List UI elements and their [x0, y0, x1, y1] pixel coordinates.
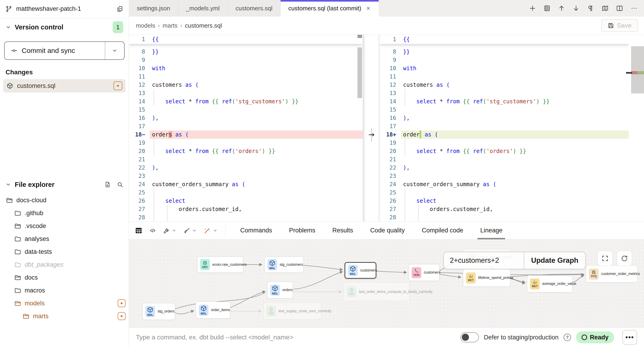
- code-line[interactable]: 1{{: [380, 35, 629, 44]
- lineage-node-lifetime_spend_pretax[interactable]: METlifetime_spend_pretax: [463, 269, 510, 287]
- status-badge[interactable]: Ready: [576, 331, 614, 343]
- code-line[interactable]: 19: [129, 139, 363, 147]
- breadcrumb-part[interactable]: marts: [162, 22, 178, 29]
- format-icon[interactable]: [183, 227, 190, 234]
- lineage-node-customers_model[interactable]: MDLcustomers: [344, 262, 376, 279]
- panel-tab-lineage[interactable]: Lineage: [479, 222, 504, 239]
- code-line[interactable]: 27 orders.customer_id,: [380, 205, 629, 213]
- ellipsis-icon[interactable]: [631, 5, 638, 12]
- code-line[interactable]: 10with: [380, 64, 629, 72]
- results-table-icon-group[interactable]: [135, 227, 142, 234]
- code-icon[interactable]: [149, 227, 156, 234]
- arrow-up-icon[interactable]: [558, 5, 565, 12]
- build-tools-icon-group[interactable]: [163, 227, 176, 234]
- sidebar-item--github[interactable]: .github: [0, 207, 129, 220]
- plus-icon[interactable]: [529, 5, 536, 12]
- minimap-icon[interactable]: [602, 5, 608, 12]
- panel-tab-commands[interactable]: Commands: [239, 222, 274, 239]
- close-icon[interactable]: [366, 6, 371, 11]
- code-line[interactable]: 13: [129, 89, 363, 97]
- lineage-node-stg_orders[interactable]: MDLstg_orders: [142, 303, 175, 320]
- pilcrow-icon[interactable]: [587, 5, 594, 12]
- lineage-node-ecom_raw_customers[interactable]: SRCecom.raw_customers: [197, 257, 243, 273]
- code-line[interactable]: 26 select: [129, 197, 363, 205]
- changed-file-row[interactable]: customers.sql: [3, 79, 126, 92]
- lineage-selector-input[interactable]: 2+customers+2: [444, 256, 524, 265]
- search-icon[interactable]: [117, 181, 123, 188]
- sidebar-item-analyses[interactable]: analyses: [0, 232, 129, 245]
- results-table-icon[interactable]: [135, 227, 142, 234]
- code-line[interactable]: 18+order as (: [380, 130, 629, 139]
- chevron-down-icon[interactable]: [192, 228, 197, 233]
- commit-and-sync-main[interactable]: Commit and sync: [4, 42, 105, 59]
- arrow-down-icon[interactable]: [572, 5, 580, 12]
- dbt-copilot-icon-group[interactable]: [204, 227, 218, 234]
- code-line[interactable]: 9: [380, 56, 629, 64]
- fullscreen-button[interactable]: [598, 251, 613, 266]
- code-line[interactable]: 16),: [380, 114, 629, 122]
- lineage-node-customers_semantic[interactable]: SEMcustomers: [408, 264, 440, 281]
- sidebar-item--vscode[interactable]: .vscode: [0, 220, 129, 232]
- code-line[interactable]: 19: [380, 139, 629, 147]
- command-input[interactable]: Type a command, ex. dbt build --select <…: [136, 334, 293, 341]
- code-line[interactable]: 14 select * from {{ ref('stg_customers')…: [380, 97, 629, 106]
- defer-toggle[interactable]: [460, 332, 479, 343]
- panel-tab-compiled-code[interactable]: Compiled code: [420, 222, 464, 239]
- sidebar-item-docs-cloud[interactable]: docs-cloud: [0, 194, 129, 207]
- breadcrumb-part[interactable]: models: [136, 22, 155, 29]
- panel-tab-problems[interactable]: Problems: [288, 222, 317, 239]
- update-graph-button[interactable]: Update Graph: [524, 252, 585, 269]
- sidebar-item-dbt-packages[interactable]: dbt_packages: [0, 258, 129, 271]
- code-line[interactable]: 8}}: [380, 48, 629, 56]
- version-control-header[interactable]: Version control 1: [0, 21, 129, 33]
- chevron-down-icon[interactable]: [172, 228, 176, 233]
- overview-thumb[interactable]: [631, 46, 644, 93]
- tab-settings-json[interactable]: settings.json: [129, 0, 178, 16]
- code-line[interactable]: 8}}: [129, 48, 363, 56]
- code-line[interactable]: 20 select * from {{ ref('orders') }}: [129, 147, 363, 155]
- dbt-copilot-icon[interactable]: [204, 227, 211, 234]
- more-options-button[interactable]: •••: [622, 330, 637, 345]
- diff-overview-ruler[interactable]: [629, 35, 644, 221]
- lineage-node-order_items[interactable]: MDLorder_items: [196, 302, 230, 319]
- tab-customers-sql-last-commit-[interactable]: customers.sql (last commit): [280, 0, 379, 16]
- code-line[interactable]: 12customers as (: [380, 81, 629, 89]
- code-line[interactable]: 11: [129, 72, 363, 81]
- commit-options-dropdown[interactable]: [105, 42, 124, 59]
- code-line[interactable]: 25: [129, 188, 363, 197]
- panel-tab-code-quality[interactable]: Code quality: [369, 222, 406, 239]
- code-line[interactable]: 21: [129, 155, 363, 164]
- refresh-graph-button[interactable]: [617, 251, 632, 266]
- commit-and-sync-button[interactable]: Commit and sync: [4, 41, 124, 60]
- lineage-node-average_order_value[interactable]: METaverage_order_value: [527, 275, 572, 293]
- code-line[interactable]: 15: [129, 106, 363, 114]
- code-line[interactable]: 22),: [380, 164, 629, 172]
- code-line[interactable]: 26 select: [380, 197, 629, 205]
- tab-customers-sql[interactable]: customers.sql: [228, 0, 280, 16]
- code-line[interactable]: 14 select * from {{ ref('stg_customers')…: [129, 97, 363, 106]
- lineage-node-orders[interactable]: MDLorders: [267, 282, 293, 299]
- code-line[interactable]: 23: [380, 172, 629, 180]
- code-line[interactable]: 18−orders as (: [129, 130, 363, 139]
- lineage-node-test_order_items_compute_to_bools_correctly[interactable]: TSTtest_order_items_compute_to_bools_cor…: [344, 282, 410, 301]
- copy-icon[interactable]: [116, 5, 123, 12]
- apply-change-arrow-button[interactable]: →: [363, 130, 380, 139]
- lineage-node-customer_order_metrics[interactable]: SVQcustomer_order_metrics: [586, 265, 638, 283]
- code-line[interactable]: 10with: [129, 64, 363, 72]
- lineage-node-stg_customers[interactable]: MDLstg_customers: [264, 257, 304, 273]
- code-line[interactable]: 17: [129, 122, 363, 130]
- lineage-node-test_supply_costs_sum_correctly[interactable]: TSTtest_supply_costs_sum_correctly: [263, 303, 321, 320]
- tab--models-yml[interactable]: _models.yml: [178, 0, 228, 16]
- code-line[interactable]: 13: [380, 89, 629, 97]
- build-tools-icon[interactable]: [163, 227, 170, 234]
- chevron-down-icon[interactable]: [213, 228, 218, 233]
- code-line[interactable]: 1{{: [129, 35, 363, 44]
- code-icon-group[interactable]: [149, 227, 156, 234]
- code-line[interactable]: 27 orders.customer_id,: [129, 205, 363, 213]
- sidebar-item-models[interactable]: models: [0, 297, 129, 310]
- code-line[interactable]: 11: [380, 72, 629, 81]
- code-line[interactable]: 15: [380, 106, 629, 114]
- lineage-canvas[interactable]: 2+customers+2 Update Graph SRCecom.raw_c…: [129, 239, 644, 328]
- code-line[interactable]: 20 select * from {{ ref('orders') }}: [380, 147, 629, 155]
- sidebar-item-docs[interactable]: docs: [0, 271, 129, 284]
